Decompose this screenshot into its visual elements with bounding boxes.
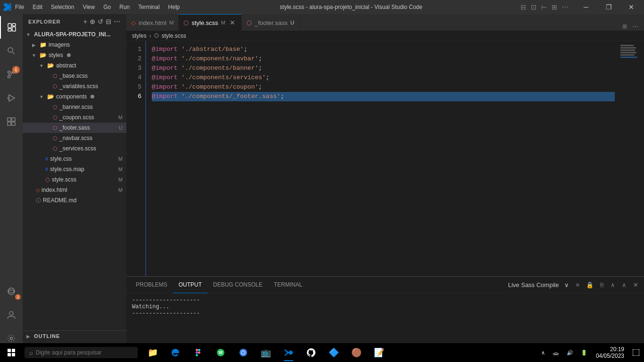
project-root[interactable]: ▼ ALURA-SPA-PROJETO_INI...: [23, 29, 126, 40]
file-services-scss[interactable]: ⬡ _services.scss: [23, 143, 126, 154]
file-banner-scss[interactable]: ⬡ _banner.scss: [23, 102, 126, 112]
panel-tab-problems[interactable]: PROBLEMS: [130, 277, 173, 293]
menu-view[interactable]: View: [79, 2, 99, 12]
footer-badge: U: [119, 125, 126, 131]
taskbar-app-file-explorer[interactable]: 📁: [141, 343, 164, 362]
code-content[interactable]: @import './abstract/base'; @import './co…: [146, 41, 620, 276]
outline-header[interactable]: ▶ OUTLINE: [23, 331, 126, 341]
menu-edit[interactable]: Edit: [29, 2, 46, 12]
breadcrumb-style-scss[interactable]: style.scss: [162, 33, 186, 39]
activity-explorer[interactable]: [0, 16, 23, 39]
output-source-chevron[interactable]: ∨: [562, 280, 571, 289]
activity-extensions[interactable]: [0, 110, 23, 133]
activity-search[interactable]: [0, 40, 23, 62]
menu-terminal[interactable]: Terminal: [134, 2, 163, 12]
panel-tab-debug-console[interactable]: DEBUG CONSOLE: [207, 277, 268, 293]
activity-source-control[interactable]: 6: [0, 63, 23, 86]
split-editor-icon[interactable]: ⊞: [620, 22, 629, 31]
taskbar-battery[interactable]: 🔋: [578, 343, 590, 362]
taskbar-app-9[interactable]: 🟤: [345, 343, 368, 362]
panel-tab-output[interactable]: OUTPUT: [173, 277, 207, 293]
panel-chevron-up[interactable]: ∧: [620, 280, 628, 289]
panel-close-icon[interactable]: ✕: [631, 280, 640, 289]
start-button[interactable]: [0, 343, 23, 362]
file-coupon-scss[interactable]: ⬡ _coupon.scss M: [23, 112, 126, 123]
taskbar-app-github[interactable]: [300, 343, 322, 362]
more-icon[interactable]: ⋯: [114, 18, 121, 25]
panel-tab-terminal[interactable]: TERMINAL: [268, 277, 308, 293]
kw-at-5: @import: [152, 82, 178, 92]
folder-abstract[interactable]: ▼ 📂 abstract: [23, 60, 126, 71]
panel-filter-icon[interactable]: ≡: [574, 280, 581, 289]
layout-icon-1[interactable]: ⊟: [519, 1, 528, 13]
new-file-icon[interactable]: +: [83, 18, 88, 25]
layout-icon-4[interactable]: ⊞: [550, 1, 559, 13]
folder-components[interactable]: ▼ 📂 components: [23, 91, 126, 102]
taskbar-app-chrome[interactable]: [232, 343, 255, 362]
menu-go[interactable]: Go: [99, 2, 115, 12]
taskbar-sound[interactable]: 🔊: [564, 343, 576, 362]
taskbar-app-vscode[interactable]: [277, 343, 300, 362]
panel-lock-icon[interactable]: 🔒: [584, 280, 595, 289]
coupon-scss-label: _coupon.scss: [59, 114, 94, 121]
scrollbar-right[interactable]: [639, 41, 644, 276]
refresh-icon[interactable]: ↺: [98, 18, 104, 25]
taskbar-app-figma[interactable]: [187, 343, 209, 362]
tab-style-scss[interactable]: ⬡ style.scss M ✕: [179, 14, 242, 31]
taskbar-app-6[interactable]: 📺: [255, 343, 277, 362]
taskbar-app-figma2[interactable]: 🔷: [322, 343, 345, 362]
menu-selection[interactable]: Selection: [47, 2, 78, 12]
layout-icon-3[interactable]: ⊢: [539, 1, 549, 13]
file-readme-md[interactable]: ⓘ README.md: [23, 195, 126, 206]
close-button[interactable]: ✕: [620, 0, 642, 14]
collapse-icon[interactable]: ⊟: [106, 18, 112, 25]
file-style-css[interactable]: # style.css M: [23, 154, 126, 164]
taskbar-search-box[interactable]: ⌕: [25, 347, 138, 358]
taskbar-notification[interactable]: [630, 343, 642, 362]
more-actions-icon[interactable]: ⋯: [560, 1, 570, 13]
file-index-html[interactable]: ◇ index.html M: [23, 185, 126, 195]
more-editor-icon[interactable]: ⋯: [631, 22, 640, 31]
restore-button[interactable]: ❐: [598, 0, 619, 14]
output-source-selector[interactable]: Live Sass Compile ∨: [506, 280, 571, 289]
code-editor[interactable]: 1 2 3 4 5 6 @import './abstract/base';: [126, 41, 644, 276]
minimize-button[interactable]: ─: [575, 0, 597, 14]
taskbar-app-edge[interactable]: [164, 343, 187, 362]
sidebar-header: EXPLORER + ⊕ ↺ ⊟ ⋯: [23, 14, 126, 29]
folder-imagens[interactable]: ▶ 📁 imagens: [23, 40, 126, 50]
taskbar-app-spotify[interactable]: [209, 343, 232, 362]
tab-footer-label: _footer.sass: [255, 19, 288, 26]
folder-styles[interactable]: ▼ 📂 styles: [23, 50, 126, 60]
file-style-scss[interactable]: ⬡ style.scss M: [23, 174, 126, 185]
activity-remote[interactable]: 1: [0, 280, 23, 303]
file-footer-sass[interactable]: ⬡ _footer.sass U: [23, 123, 126, 133]
new-folder-icon[interactable]: ⊕: [90, 18, 96, 25]
tab-footer-sass[interactable]: ⬡ _footer.sass U: [242, 14, 299, 31]
svg-point-4: [8, 48, 13, 52]
taskbar-chevron-up[interactable]: ∧: [538, 343, 548, 362]
tab-close-style[interactable]: ✕: [228, 18, 237, 27]
menu-help[interactable]: Help: [165, 2, 184, 12]
file-style-css-map[interactable]: # style.css.map M: [23, 164, 126, 174]
tab-index-html[interactable]: ◇ index.html M: [126, 14, 179, 31]
panel-copy-icon[interactable]: ⎘: [598, 280, 606, 289]
menu-run[interactable]: Run: [116, 2, 133, 12]
taskbar-app-notes[interactable]: 📝: [368, 343, 390, 362]
taskbar-clock[interactable]: 20:19 04/05/2023: [592, 343, 628, 362]
abstract-folder-icon: 📂: [47, 62, 54, 69]
space-1: [178, 45, 182, 54]
file-navbar-scss[interactable]: ⬡ _navbar.scss: [23, 133, 126, 143]
taskbar-search-input[interactable]: [36, 349, 121, 356]
layout-icon-2[interactable]: ⊡: [529, 1, 538, 13]
menu-file[interactable]: File: [11, 2, 28, 12]
breadcrumb-styles[interactable]: styles: [132, 33, 147, 39]
file-variables-scss[interactable]: ⬡ _variables.scss: [23, 81, 126, 91]
kw-at-6: @import: [152, 92, 178, 101]
activity-account[interactable]: [0, 304, 23, 326]
taskbar-network[interactable]: [550, 343, 562, 362]
file-base-scss[interactable]: ⬡ _base.scss: [23, 71, 126, 81]
outline-label: OUTLINE: [34, 333, 60, 339]
activity-run-debug[interactable]: [0, 87, 23, 109]
panel-expand-icon[interactable]: ∧: [609, 280, 617, 289]
svg-point-30: [242, 351, 245, 354]
